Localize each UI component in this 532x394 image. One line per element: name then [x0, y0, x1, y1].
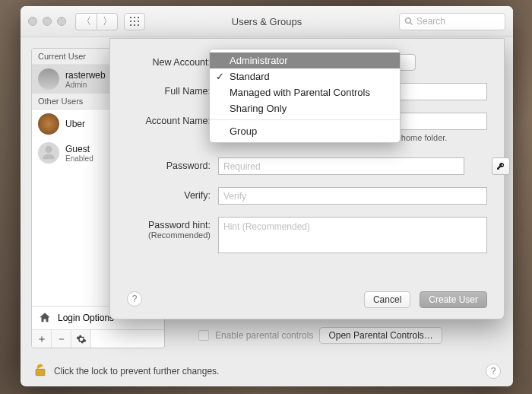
prefs-window: 〈 〉 Users & Groups Search Current User r… [21, 6, 513, 386]
lock-open-icon [33, 363, 48, 378]
gear-icon [76, 334, 87, 345]
label-account-name: Account Name: [127, 113, 218, 126]
svg-rect-4 [134, 21, 135, 22]
action-menu-button[interactable] [71, 330, 91, 348]
menu-item-administrator[interactable]: Administrator [210, 52, 400, 68]
svg-rect-6 [130, 24, 131, 26]
label-new-account: New Account: [127, 54, 218, 68]
label-password: Password: [127, 157, 218, 171]
menu-item-standard[interactable]: Standard [210, 68, 400, 84]
add-user-button[interactable]: ＋ [32, 330, 52, 348]
help-button[interactable]: ? [486, 364, 501, 379]
user-name: Uber [65, 119, 85, 129]
cancel-button[interactable]: Cancel [364, 291, 410, 308]
verify-field[interactable] [218, 187, 487, 205]
sidebar-toolbar: ＋ － [32, 329, 164, 348]
menu-item-managed[interactable]: Managed with Parental Controls [210, 84, 400, 100]
menu-separator [210, 119, 400, 120]
remove-user-button[interactable]: － [52, 330, 71, 348]
account-type-menu: Administrator Standard Managed with Pare… [209, 49, 401, 143]
user-role: Enabled [65, 154, 93, 163]
parental-label: Enable parental controls [215, 330, 313, 341]
footer: Click the lock to prevent further change… [21, 356, 513, 386]
avatar [38, 113, 59, 135]
create-user-button[interactable]: Create User [420, 291, 487, 308]
label-verify: Verify: [127, 187, 218, 201]
forward-button[interactable]: 〉 [97, 13, 118, 30]
avatar [38, 68, 59, 90]
svg-rect-3 [130, 21, 131, 22]
user-name: rasterweb [65, 70, 106, 81]
parental-checkbox[interactable] [198, 330, 209, 341]
label-hint: Password hint: (Recommended) [127, 217, 218, 240]
search-input[interactable]: Search [399, 13, 505, 30]
svg-rect-2 [138, 17, 139, 18]
menu-item-sharing[interactable]: Sharing Only [210, 100, 400, 116]
search-icon [404, 17, 413, 26]
svg-rect-0 [130, 17, 131, 18]
back-button[interactable]: 〈 [75, 13, 97, 30]
house-icon [38, 311, 52, 325]
password-field[interactable] [218, 157, 464, 175]
password-assistant-button[interactable] [492, 157, 510, 175]
nav-segment: 〈 〉 [75, 13, 118, 30]
show-all-button[interactable] [124, 13, 145, 30]
key-icon [496, 162, 505, 171]
user-role: Admin [65, 81, 106, 89]
svg-rect-1 [134, 17, 135, 18]
svg-rect-5 [138, 21, 139, 22]
menu-item-group[interactable]: Group [210, 123, 400, 139]
window-controls [28, 17, 66, 26]
label-full-name: Full Name: [127, 83, 218, 97]
parental-controls-row: Enable parental controls Open Parental C… [198, 327, 442, 344]
lock-button[interactable] [33, 363, 48, 380]
hint-field[interactable] [218, 217, 487, 253]
user-name: Guest [65, 144, 93, 154]
avatar [38, 142, 59, 164]
titlebar: 〈 〉 Users & Groups Search [21, 6, 513, 37]
search-placeholder: Search [416, 16, 445, 27]
grid-icon [130, 17, 139, 26]
close-icon[interactable] [28, 17, 37, 26]
minimize-icon[interactable] [43, 17, 52, 26]
svg-rect-7 [134, 24, 135, 26]
sheet-help-button[interactable]: ? [127, 291, 142, 307]
zoom-icon[interactable] [57, 17, 66, 26]
login-options-label: Login Options [58, 313, 114, 323]
lock-text: Click the lock to prevent further change… [54, 366, 219, 377]
open-parental-controls-button[interactable]: Open Parental Controls… [319, 327, 442, 344]
svg-rect-8 [138, 24, 139, 26]
